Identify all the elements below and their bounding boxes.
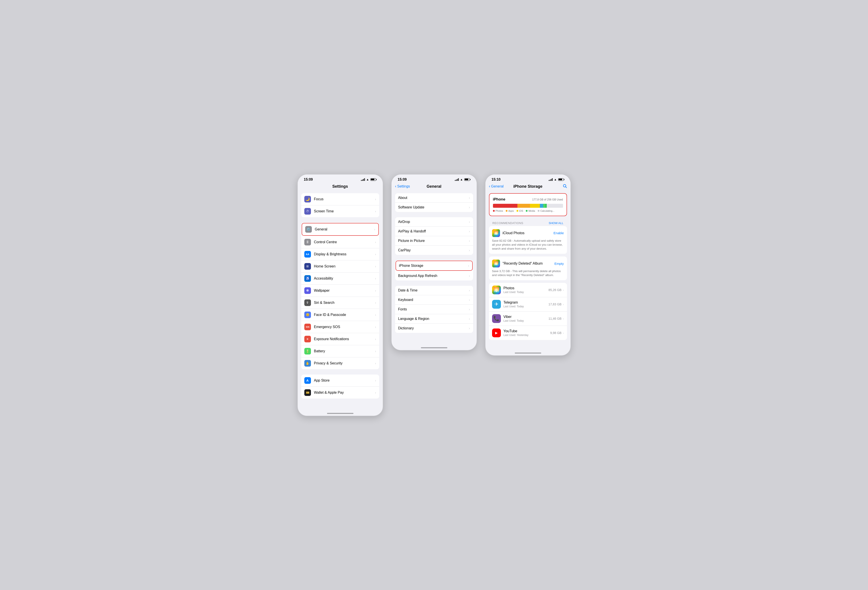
app-item-youtube[interactable]: ▶ YouTube Last Used: Yesterday 9,98 GB › (489, 326, 567, 340)
storage-calc-segment (547, 204, 563, 208)
general-item-picture-in-picture[interactable]: Picture in Picture › (395, 236, 473, 246)
search-button-3[interactable] (562, 184, 567, 189)
accessibility-icon: ♿ (304, 275, 311, 282)
phone-settings: 15:09 ▲ Settings 🌙 Focus › (297, 174, 383, 416)
legend-dot-calculating (538, 210, 539, 212)
date-time-label: Date & Time (398, 288, 469, 292)
sidebar-item-home-screen[interactable]: ⊞ Home Screen › (301, 260, 379, 273)
general-item-iphone-storage[interactable]: iPhone Storage › (396, 261, 473, 271)
legend-label-photos: Photos (496, 209, 503, 212)
sidebar-item-general[interactable]: ⚙️ General › (302, 223, 379, 236)
chevron-icon: › (469, 239, 470, 243)
scroll-content-2[interactable]: About › Software Update › AirDrop › AirP… (391, 192, 477, 344)
iphone-storage-label: iPhone Storage (399, 264, 468, 268)
app-item-photos[interactable]: 🌅 Photos Last Used: Today 85,26 GB › (489, 283, 567, 297)
general-item-language-region[interactable]: Language & Region › (395, 314, 473, 324)
wallpaper-label: Wallpaper (314, 289, 375, 293)
sidebar-item-wallpaper[interactable]: ❋ Wallpaper › (301, 285, 379, 297)
general-item-dictionary[interactable]: Dictionary › (395, 324, 473, 333)
sidebar-item-emergency-sos[interactable]: SOS Emergency SOS › (301, 321, 379, 333)
general-item-airplay-handoff[interactable]: AirPlay & Handoff › (395, 227, 473, 236)
phone-general: 15:09 ▲ ‹ Settings General (391, 174, 477, 351)
general-item-date-time[interactable]: Date & Time › (395, 286, 473, 295)
viber-last-used: Last Used: Today (503, 319, 549, 322)
sidebar-item-display[interactable]: AA Display & Brightness › (301, 248, 379, 260)
face-id-label: Face ID & Passcode (314, 313, 375, 317)
sidebar-item-focus[interactable]: 🌙 Focus › (301, 193, 379, 205)
picture-in-picture-label: Picture in Picture (398, 239, 469, 243)
time-2: 15:09 (398, 178, 407, 181)
chevron-icon: › (469, 326, 470, 330)
photos-app-icon: 🌅 (492, 286, 501, 294)
airplay-handoff-label: AirPlay & Handoff (398, 229, 469, 233)
wallet-label: Wallet & Apple Pay (314, 391, 375, 395)
sidebar-item-battery[interactable]: 🔋 Battery › (301, 345, 379, 357)
general-item-software-update[interactable]: Software Update › (395, 203, 473, 212)
signal-icon-1 (361, 178, 365, 181)
back-chevron-2: ‹ (395, 184, 396, 189)
scroll-content-3[interactable]: iPhone 177,8 GB of 256 GB Used Photos (486, 192, 571, 349)
nav-bar-2: ‹ Settings General (391, 183, 477, 192)
wallet-icon: 💳 (304, 389, 311, 396)
back-button-2[interactable]: ‹ Settings (395, 184, 410, 189)
sidebar-item-face-id[interactable]: 😊 Face ID & Passcode › (301, 309, 379, 321)
home-screen-label: Home Screen (314, 264, 375, 268)
emergency-sos-icon: SOS (304, 324, 311, 330)
privacy-label: Privacy & Security (314, 361, 375, 365)
viber-app-icon: 📞 (492, 314, 501, 323)
general-item-fonts[interactable]: Fonts › (395, 305, 473, 314)
sidebar-item-control-centre[interactable]: 🎛 Control Centre › (301, 236, 379, 248)
sidebar-item-screen-time[interactable]: ⏱ Screen Time › (301, 205, 379, 217)
nav-bar-3: ‹ General iPhone Storage (486, 183, 571, 192)
chevron-icon: › (375, 361, 376, 365)
general-item-background-app-refresh[interactable]: Background App Refresh › (395, 271, 473, 280)
sidebar-item-siri-search[interactable]: 🎙 Siri & Search › (301, 297, 379, 309)
recently-deleted-icon: 🌅 (492, 260, 500, 267)
wifi-icon-3: ▲ (554, 178, 557, 181)
screen-time-label: Screen Time (314, 209, 375, 213)
rec-icloud-desc: Save 82,62 GB - Automatically upload and… (492, 239, 564, 251)
battery-icon-1 (371, 178, 376, 181)
scroll-content-1[interactable]: 🌙 Focus › ⏱ Screen Time › ⚙️ General › (298, 192, 383, 409)
youtube-app-size: 9,98 GB (550, 331, 561, 335)
show-all-button[interactable]: SHOW ALL (549, 221, 563, 225)
sidebar-item-app-store[interactable]: A App Store › (301, 375, 379, 386)
sidebar-item-wallet[interactable]: 💳 Wallet & Apple Pay › (301, 386, 379, 398)
chevron-icon: › (375, 325, 376, 329)
app-item-telegram[interactable]: ✈ Telegram Last Used: Today 17,83 GB › (489, 297, 567, 311)
rec-deleted-action[interactable]: Empty (554, 262, 564, 266)
general-item-keyboard[interactable]: Keyboard › (395, 295, 473, 305)
back-label-2: Settings (397, 184, 410, 188)
chevron-icon: › (375, 277, 376, 280)
storage-bar (493, 204, 563, 208)
sidebar-item-exposure[interactable]: ☀ Exposure Notifications › (301, 333, 379, 345)
general-item-about[interactable]: About › (395, 193, 473, 203)
status-bar-1: 15:09 ▲ (298, 174, 383, 183)
rec-icloud-action[interactable]: Enable (554, 231, 564, 235)
sidebar-item-accessibility[interactable]: ♿ Accessibility › (301, 273, 379, 285)
sidebar-item-privacy[interactable]: ✋ Privacy & Security › (301, 357, 379, 369)
wifi-icon-2: ▲ (460, 178, 463, 181)
battery-label: Battery (314, 349, 375, 353)
dictionary-label: Dictionary (398, 326, 469, 330)
general-item-carplay[interactable]: CarPlay › (395, 246, 473, 255)
siri-label: Siri & Search (314, 301, 375, 305)
rec-recently-deleted: 🌅 "Recently Deleted" Album Empty Save 3,… (489, 257, 567, 280)
focus-label: Focus (314, 197, 375, 201)
home-bar-3 (486, 349, 571, 355)
background-app-refresh-label: Background App Refresh (398, 274, 469, 278)
chevron-icon: › (469, 205, 470, 209)
legend-dot-photos (493, 210, 495, 212)
legend-calculating: Calculating... (538, 209, 554, 212)
general-item-airdrop[interactable]: AirDrop › (395, 217, 473, 227)
chevron-icon: › (375, 313, 376, 317)
telegram-app-size: 17,83 GB (549, 302, 561, 306)
focus-icon: 🌙 (304, 196, 311, 202)
back-button-3[interactable]: ‹ General (489, 184, 504, 189)
general-label: General (315, 227, 374, 231)
youtube-last-used: Last Used: Yesterday (503, 333, 550, 337)
telegram-last-used: Last Used: Today (503, 305, 549, 308)
app-item-viber[interactable]: 📞 Viber Last Used: Today 11,46 GB › (489, 311, 567, 326)
storage-header: iPhone 177,8 GB of 256 GB Used (493, 197, 563, 202)
status-icons-3: ▲ (549, 178, 564, 181)
